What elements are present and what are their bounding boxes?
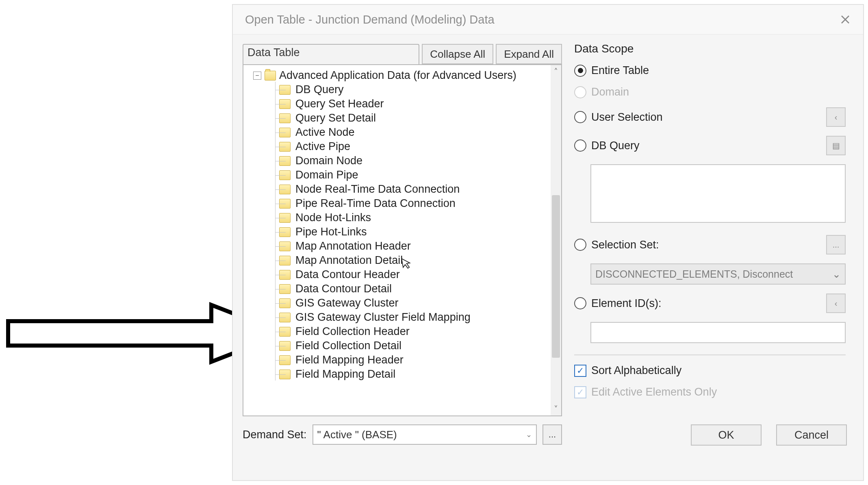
radio-user-selection[interactable] [574, 111, 586, 123]
chevron-left-icon: ‹ [835, 113, 838, 122]
dialog-buttons: OK Cancel [688, 424, 847, 446]
demand-set-row: Demand Set: " Active " (BASE) ⌄ ... [243, 424, 562, 445]
label-db-query: DB Query [591, 139, 640, 152]
folder-icon [279, 256, 291, 265]
radio-selection-set[interactable] [574, 239, 586, 251]
tree-item[interactable]: DB Query [275, 83, 550, 97]
radio-element-ids[interactable] [574, 297, 586, 309]
folder-icon [279, 327, 291, 337]
element-ids-pick-button[interactable]: ‹ [826, 294, 846, 313]
radio-db-query[interactable] [574, 139, 586, 152]
tree-item-label: Query Set Header [293, 98, 384, 110]
tree-item-label: Field Mapping Header [293, 354, 404, 366]
opt-db-query[interactable]: DB Query ▤ [574, 136, 846, 155]
label-entire-table: Entire Table [591, 64, 649, 77]
tree-item[interactable]: Field Mapping Header [275, 353, 550, 367]
tree-item[interactable]: Field Mapping Detail [275, 367, 550, 381]
tree-item[interactable]: Field Collection Detail [275, 339, 550, 353]
db-query-builder-button[interactable]: ▤ [826, 136, 846, 155]
tree-item-label: Map Annotation Header [293, 240, 411, 252]
selection-set-browse-button[interactable]: ... [826, 235, 846, 254]
folder-icon [279, 227, 291, 237]
folder-icon [279, 341, 291, 351]
collapse-toggle-icon[interactable]: − [253, 72, 261, 80]
tree-item-label: Active Pipe [293, 140, 350, 152]
scroll-down-icon[interactable]: ˅ [554, 402, 558, 415]
window-title: Open Table - Junction Demand (Modeling) … [245, 13, 495, 26]
tab-data-table[interactable]: Data Table [243, 44, 419, 64]
tree-view[interactable]: − Advanced Application Data (for Advance… [243, 64, 562, 416]
ok-button[interactable]: OK [691, 424, 762, 446]
tree-item-label: Node Real-Time Data Connection [293, 183, 460, 195]
tree-item-label: Active Node [293, 126, 355, 138]
tree-item[interactable]: Node Hot-Links [275, 211, 550, 225]
tree-item[interactable]: Field Collection Header [275, 324, 550, 339]
scrollbar[interactable]: ˄ ˅ [551, 65, 561, 415]
folder-icon [265, 71, 276, 80]
tree-root[interactable]: − Advanced Application Data (for Advance… [249, 68, 550, 83]
demand-set-combo[interactable]: " Active " (BASE) ⌄ [312, 424, 537, 445]
tree-item[interactable]: Active Node [275, 125, 550, 139]
opt-entire-table[interactable]: Entire Table [574, 64, 846, 77]
scroll-up-icon[interactable]: ˄ [554, 65, 558, 78]
tree-item[interactable]: Query Set Header [275, 97, 550, 111]
opt-element-ids[interactable]: Element ID(s): ‹ [574, 294, 846, 313]
scroll-thumb[interactable] [552, 195, 560, 358]
tree-item[interactable]: Domain Pipe [275, 168, 550, 182]
opt-domain: Domain [574, 86, 846, 98]
opt-sort-alpha[interactable]: ✓ Sort Alphabetically [574, 364, 846, 377]
ellipsis-icon: ... [833, 240, 840, 250]
folder-icon [279, 270, 291, 280]
data-scope-title: Data Scope [574, 42, 846, 55]
expand-all-button[interactable]: Expand All [496, 44, 562, 64]
tree-item[interactable]: Pipe Hot-Links [275, 225, 550, 239]
tree-item[interactable]: GIS Gateway Cluster [275, 296, 550, 310]
tree-item-label: Query Set Detail [293, 112, 376, 124]
folder-icon [279, 185, 291, 194]
folder-icon [279, 313, 291, 322]
tree-item-label: Data Contour Detail [293, 283, 392, 295]
folder-icon [279, 199, 291, 209]
checkbox-edit-active: ✓ [574, 386, 586, 398]
chevron-down-icon: ⌄ [832, 268, 841, 280]
folder-icon [279, 99, 291, 109]
collapse-all-button[interactable]: Collapse All [422, 44, 493, 64]
tree-item[interactable]: Node Real-Time Data Connection [275, 182, 550, 196]
opt-selection-set[interactable]: Selection Set: ... [574, 235, 846, 254]
user-selection-pick-button[interactable]: ‹ [826, 107, 846, 127]
folder-icon [279, 156, 291, 166]
label-element-ids: Element ID(s): [591, 297, 662, 310]
tree-item[interactable]: Map Annotation Header [275, 239, 550, 253]
tree-item[interactable]: GIS Gateway Cluster Field Mapping [275, 310, 550, 324]
element-ids-textbox[interactable] [590, 322, 846, 343]
label-edit-active: Edit Active Elements Only [591, 386, 717, 398]
folder-icon [279, 128, 291, 137]
folder-icon [279, 85, 291, 95]
opt-user-selection[interactable]: User Selection ‹ [574, 107, 846, 127]
selection-set-combo[interactable]: DISCONNECTED_ELEMENTS, Disconnect ⌄ [590, 263, 846, 285]
tree-item[interactable]: Query Set Detail [275, 111, 550, 125]
tree-item-label: Pipe Real-Time Data Connection [293, 197, 456, 209]
label-selection-set: Selection Set: [591, 239, 659, 251]
folder-icon [279, 241, 291, 251]
radio-entire-table[interactable] [574, 65, 586, 77]
close-button[interactable] [836, 11, 854, 28]
folder-icon [279, 298, 291, 308]
divider [574, 355, 846, 355]
tree-item-label: Domain Node [293, 154, 362, 167]
tree-item-label: Field Collection Detail [293, 339, 401, 352]
tree-item[interactable]: Domain Node [275, 154, 550, 168]
folder-icon [279, 355, 291, 365]
tree-root-label: Advanced Application Data (for Advanced … [279, 69, 516, 82]
tree-item[interactable]: Data Contour Header [275, 268, 550, 282]
tree-item[interactable]: Active Pipe [275, 139, 550, 154]
tree-item[interactable]: Pipe Real-Time Data Connection [275, 196, 550, 211]
tree-item[interactable]: Data Contour Detail [275, 282, 550, 296]
demand-set-browse-button[interactable]: ... [542, 424, 562, 445]
left-pane: Data Table Collapse All Expand All − Adv… [243, 44, 562, 416]
cancel-button[interactable]: Cancel [776, 424, 847, 446]
label-domain: Domain [591, 86, 629, 98]
db-query-textbox[interactable] [590, 164, 846, 223]
checkbox-sort-alpha[interactable]: ✓ [574, 365, 586, 377]
tree-item[interactable]: Map Annotation Detail [275, 253, 550, 268]
